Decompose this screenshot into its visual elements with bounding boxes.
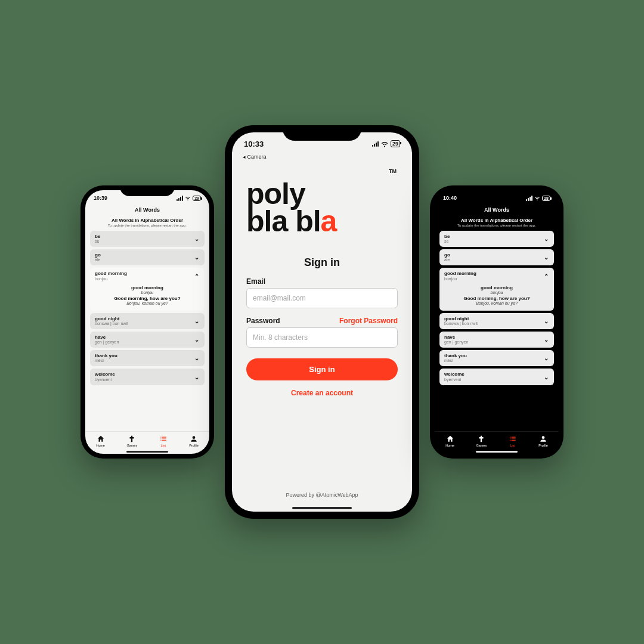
wifi-icon [185, 195, 191, 201]
tab-label: Profile [538, 444, 548, 447]
email-field[interactable] [246, 288, 398, 308]
chevron-up-icon[interactable]: ⌃ [543, 273, 549, 279]
list-subtitle: All Words in Alphabetical Order [85, 215, 209, 223]
word-card[interactable]: good nightbonswa | bon nwit⌄ [439, 313, 554, 329]
word-card[interactable]: thank youmèsi⌄ [439, 350, 554, 366]
chevron-down-icon[interactable]: ⌄ [194, 236, 200, 242]
notch [120, 185, 175, 196]
chevron-down-icon[interactable]: ⌄ [543, 374, 549, 380]
password-field[interactable] [246, 327, 398, 348]
word-card[interactable]: goale⌄ [90, 249, 205, 265]
page-title: All Words [85, 206, 209, 215]
tab-label: Home [96, 444, 105, 447]
chevron-down-icon[interactable]: ⌄ [543, 255, 549, 261]
tab-home[interactable]: Home [96, 435, 105, 447]
chevron-down-icon[interactable]: ⌄ [194, 337, 200, 343]
signal-icon [372, 141, 379, 147]
battery-icon: 29 [391, 140, 400, 147]
chevron-down-icon[interactable]: ⌄ [543, 318, 549, 324]
home-indicator[interactable] [292, 507, 352, 509]
list-subtext: To update the translations, please resta… [85, 223, 209, 231]
word-card-expanded[interactable]: good morningbonjou⌃good morningbonjouGoo… [439, 268, 554, 310]
chevron-down-icon[interactable]: ⌄ [543, 236, 549, 242]
home-icon [97, 435, 105, 443]
phone-login: 10:33 29 ◂ Camera TM poly bla bla Sign i… [225, 125, 419, 519]
word-card[interactable]: welcomebyenveni⌄ [439, 369, 554, 385]
notch [469, 185, 524, 196]
list-subtext: To update the translations, please resta… [435, 223, 559, 231]
word-card-expanded[interactable]: good morningbonjou⌃good morningbonjouGoo… [90, 268, 205, 310]
email-label: Email [246, 277, 265, 286]
home-indicator[interactable] [476, 451, 518, 453]
tab-label: Home [445, 444, 454, 447]
signin-button[interactable]: Sign in [246, 358, 398, 380]
battery-icon: 29 [193, 196, 201, 201]
tab-label: List [510, 444, 515, 447]
notch [283, 125, 361, 141]
chevron-down-icon[interactable]: ⌄ [194, 355, 200, 361]
create-account-link[interactable]: Create an account [246, 389, 398, 397]
word-card[interactable]: bese⌄ [90, 231, 205, 247]
signin-title: Sign in [246, 256, 398, 269]
profile-icon [190, 435, 198, 443]
app-logo: poly bla bla [246, 180, 398, 235]
games-icon [477, 435, 485, 443]
trademark: TM [246, 168, 398, 174]
wifi-icon [380, 140, 389, 148]
tab-label: Profile [189, 444, 199, 447]
chevron-down-icon[interactable]: ⌄ [194, 255, 200, 261]
word-card[interactable]: goale⌄ [439, 249, 554, 265]
tab-bar: HomeGamesListProfile [435, 431, 559, 449]
footer-credit: Powered by @AtomicWebApp [246, 486, 398, 504]
tab-games[interactable]: Games [126, 435, 137, 447]
tab-profile[interactable]: Profile [538, 435, 548, 447]
home-indicator[interactable] [126, 451, 168, 453]
games-icon [128, 435, 136, 443]
status-time: 10:33 [244, 140, 264, 148]
status-time: 10:39 [94, 195, 107, 201]
list-subtitle: All Words in Alphabetical Order [435, 215, 559, 223]
phone-light: 10:39 29 All Words All Words in Alphabet… [80, 185, 214, 459]
tab-label: List [160, 444, 166, 447]
battery-icon: 28 [542, 196, 550, 201]
word-card[interactable]: bese⌄ [439, 231, 554, 247]
word-card[interactable]: havegen | genyen⌄ [90, 332, 205, 348]
tab-list[interactable]: List [509, 435, 517, 447]
signal-icon [526, 196, 532, 201]
status-time: 10:40 [443, 195, 457, 201]
chevron-down-icon[interactable]: ⌄ [543, 355, 549, 361]
password-label: Password [246, 317, 280, 325]
tab-label: Games [126, 444, 137, 447]
signal-icon [177, 196, 183, 201]
chevron-down-icon[interactable]: ⌄ [543, 337, 549, 343]
tab-home[interactable]: Home [445, 435, 454, 447]
tab-label: Games [476, 444, 487, 447]
tab-list[interactable]: List [159, 435, 168, 447]
chevron-down-icon[interactable]: ⌄ [194, 318, 200, 324]
word-card[interactable]: welcomebyenveni⌄ [90, 369, 205, 385]
chevron-up-icon[interactable]: ⌃ [194, 273, 200, 279]
list-icon [159, 435, 168, 443]
wifi-icon [534, 195, 540, 201]
phone-dark: 10:40 28 All Words All Words in Alphabet… [430, 185, 564, 459]
forgot-password-link[interactable]: Forgot Password [339, 317, 398, 325]
word-card[interactable]: thank youmèsi⌄ [90, 350, 205, 366]
tab-profile[interactable]: Profile [189, 435, 199, 447]
chevron-down-icon[interactable]: ⌄ [194, 374, 200, 380]
tab-games[interactable]: Games [476, 435, 487, 447]
list-icon [509, 435, 517, 443]
word-list[interactable]: bese⌄goale⌄good morningbonjou⌃good morni… [85, 231, 209, 431]
word-card[interactable]: havegen | genyen⌄ [439, 332, 554, 348]
page-title: All Words [435, 206, 559, 215]
word-card[interactable]: good nightbonswa | bon nwit⌄ [90, 313, 205, 329]
home-icon [446, 435, 454, 443]
profile-icon [539, 435, 547, 443]
word-list[interactable]: bese⌄goale⌄good morningbonjou⌃good morni… [435, 231, 559, 431]
tab-bar: HomeGamesListProfile [85, 431, 209, 449]
